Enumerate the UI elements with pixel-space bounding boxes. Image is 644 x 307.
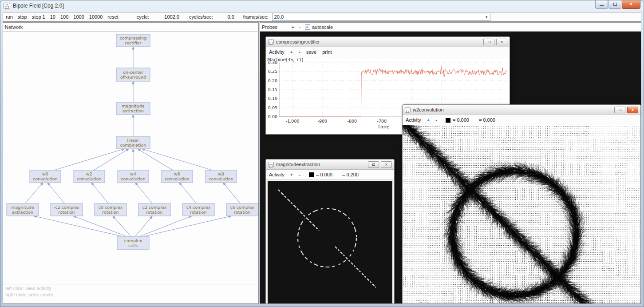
network-node-magt[interactable]: magnitudeextraction (116, 102, 150, 115)
toolbar-button-10000[interactable]: 10000 (89, 14, 103, 20)
network-node-comp[interactable]: compressingrectifier (116, 34, 150, 47)
zoom-out-button[interactable]: - (299, 172, 300, 177)
minimize-button[interactable] (595, 0, 608, 9)
status-line-1: left click: view activity (5, 285, 256, 291)
close-button[interactable]: × (627, 107, 638, 113)
status-line-2: right click: peek inside (5, 291, 256, 298)
network-node-rm2[interactable]: -c2 complexrotation (51, 203, 83, 216)
network-node-w4[interactable]: w4convolution (118, 170, 149, 183)
toolbar-button-1000[interactable]: 1000 (73, 14, 84, 20)
network-node-w0[interactable]: w0convolution (30, 170, 61, 183)
minimize-button[interactable] (614, 107, 625, 113)
toolbar-button-100[interactable]: 100 (60, 14, 68, 20)
network-node-lin[interactable]: linearcombination (116, 136, 150, 149)
network-node-rc6[interactable]: c6 complexrotation (226, 203, 258, 216)
legend-swatch-min (446, 118, 450, 123)
network-node-w6[interactable]: w6convolution (162, 170, 193, 183)
menu-item-print[interactable]: print (322, 49, 332, 55)
network-node-rc2[interactable]: c2 complexrotation (138, 203, 170, 216)
network-graph: compressingrectifieron-centeroff-surroun… (3, 32, 258, 284)
svg-text:0.10: 0.10 (268, 96, 277, 101)
close-icon: × (385, 162, 388, 167)
svg-text:magnitudeextraction: magnitudeextraction (122, 104, 145, 113)
java-icon (268, 39, 274, 45)
menu-item-Activity[interactable]: Activity (269, 49, 284, 55)
svg-text:Time: Time (377, 124, 390, 130)
svg-text:0.20: 0.20 (268, 78, 277, 83)
vector-field-image (403, 125, 640, 303)
probes-panel-header: Probes + - ✓ autoscale (260, 23, 641, 32)
legend-swatch-max (335, 172, 340, 177)
menu-item-save[interactable]: save (306, 49, 316, 55)
probes-panel: Probes + - ✓ autoscale compressingrectif… (260, 22, 641, 304)
menu-item-[interactable]: - (299, 49, 300, 55)
java-icon (4, 3, 10, 9)
legend-swatch-max (472, 118, 477, 123)
cycles-per-sec-value: 0.0 (213, 14, 234, 20)
window-title: Bipole Field [Cog 2.0] (13, 3, 64, 9)
menu-activity[interactable]: Activity (269, 172, 284, 177)
svg-text:0.25: 0.25 (268, 69, 277, 74)
network-node-onc[interactable]: on-centeroff-surround (116, 68, 150, 81)
minimize-icon (619, 109, 621, 111)
maximize-button[interactable] (608, 0, 621, 9)
close-button[interactable]: × (622, 0, 640, 9)
magnitude-image (268, 181, 392, 303)
menu-activity[interactable]: Activity (406, 117, 421, 123)
svg-text:-900: -900 (317, 119, 327, 124)
simulation-toolbar: runstopstep 110100100010000reset cycle: … (3, 12, 641, 22)
network-panel-header: Network (3, 23, 258, 32)
svg-text:0.30: 0.30 (268, 60, 277, 65)
java-icon (268, 162, 274, 167)
network-node-rc0[interactable]: c0 complexrotation (95, 203, 126, 216)
w2convolution-menubar: Activity + - = 0.000 = 0.000 (403, 115, 640, 125)
legend-min-value: = 0.000 (316, 172, 332, 177)
cycle-value: 1002.0 (149, 14, 179, 20)
minimize-button[interactable] (483, 39, 494, 45)
network-node-w2[interactable]: w2convolution (74, 170, 105, 183)
close-button[interactable]: × (381, 161, 392, 168)
frames-per-sec-label: frames/sec: (243, 14, 269, 20)
minimize-button[interactable] (368, 161, 379, 168)
legend-swatch-min (309, 172, 314, 177)
legend-min-value: = 0.000 (453, 117, 469, 123)
close-button[interactable]: × (496, 39, 507, 45)
autoscale-checkbox[interactable]: ✓ (305, 24, 310, 30)
frames-per-sec-select[interactable]: 20.0 ▼ (272, 13, 490, 21)
probe-window-magnitudeextraction: magnitudeextraction × Activity + - = 0.0… (265, 159, 395, 303)
network-node-meb[interactable]: magnitudeextraction (7, 203, 39, 216)
network-node-rc4[interactable]: c4 complexrotation (182, 203, 214, 216)
w2convolution-titlebar[interactable]: w2convolution × (403, 105, 640, 115)
network-node-cc[interactable]: complexcells (117, 236, 149, 250)
svg-text:0.15: 0.15 (268, 87, 277, 92)
check-icon: ✓ (306, 24, 309, 29)
zoom-in-button[interactable]: + (427, 117, 430, 123)
zoom-in-button[interactable]: + (290, 172, 293, 177)
toolbar-button-stop[interactable]: stop (18, 14, 27, 20)
probes-add-button[interactable]: + (292, 24, 294, 30)
compressingrectifier-titlebar[interactable]: compressingrectifier × (266, 37, 510, 47)
svg-text:-1,000: -1,000 (286, 119, 300, 124)
probes-canvas: compressingrectifier × Activity+-savepri… (260, 32, 641, 303)
probe-window-title: w2convolution (413, 107, 444, 112)
close-icon: × (632, 108, 634, 112)
toolbar-button-reset[interactable]: reset (107, 14, 118, 20)
svg-text:on-centeroff-surround: on-centeroff-surround (120, 70, 146, 80)
toolbar-button-run[interactable]: run (6, 14, 13, 20)
probe-window-title: magnitudeextraction (276, 162, 320, 167)
maximize-icon (613, 3, 617, 6)
toolbar-button-10[interactable]: 10 (50, 14, 55, 20)
svg-text:-800: -800 (348, 119, 357, 124)
zoom-out-button[interactable]: - (435, 117, 437, 123)
probes-remove-button[interactable]: - (299, 24, 300, 30)
magnitudeextraction-titlebar[interactable]: magnitudeextraction × (266, 159, 394, 170)
network-canvas[interactable]: compressingrectifieron-centeroff-surroun… (3, 32, 258, 284)
toolbar-button-step-1[interactable]: step 1 (32, 14, 45, 20)
svg-text:0.00: 0.00 (268, 114, 277, 119)
menu-item-[interactable]: + (290, 49, 293, 55)
probe-window-title: compressingrectifier (276, 39, 320, 44)
chevron-down-icon: ▼ (485, 16, 488, 19)
cycle-label: cycle: (137, 14, 149, 20)
svg-text:magnitudeextraction: magnitudeextraction (11, 205, 34, 215)
network-node-w8[interactable]: w8convolution (205, 170, 237, 183)
